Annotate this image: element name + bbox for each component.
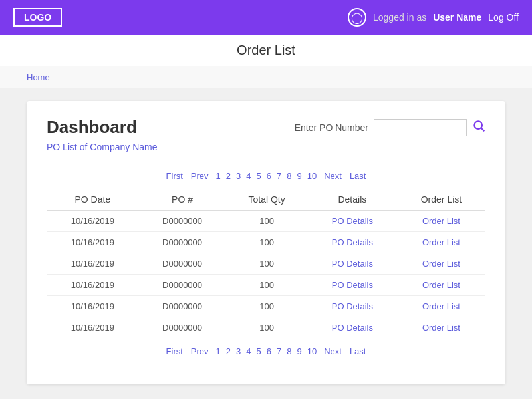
search-input[interactable]	[374, 119, 467, 136]
table-row: 10/16/2019D0000000100PO DetailsOrder Lis…	[47, 211, 485, 232]
cell-order-link[interactable]: Order List	[422, 323, 460, 332]
cell-po: D0000000	[139, 317, 226, 338]
page-number-8[interactable]: 8	[285, 345, 293, 358]
cell-po: D0000000	[139, 275, 226, 296]
page-number-7[interactable]: 7	[275, 345, 283, 358]
card-header: Dashboard Enter PO Number	[47, 117, 485, 138]
cell-order-link[interactable]: Order List	[422, 259, 460, 269]
col-header-order-list: Order List	[397, 189, 485, 211]
prev-button-bottom[interactable]: Prev	[188, 345, 211, 358]
first-button-top[interactable]: First	[164, 170, 186, 182]
last-button-bottom[interactable]: Last	[347, 345, 369, 358]
table-row: 10/16/2019D0000000100PO DetailsOrder Lis…	[47, 317, 485, 338]
page-number-9[interactable]: 9	[295, 345, 303, 358]
page-number-1[interactable]: 1	[214, 170, 223, 182]
cell-order: Order List	[397, 211, 485, 232]
card: Dashboard Enter PO Number PO List of Com…	[27, 101, 505, 384]
search-button[interactable]	[472, 119, 485, 136]
col-header-total-qty: Total Qty	[225, 189, 307, 211]
cell-details: PO Details	[308, 253, 397, 275]
cell-qty: 100	[225, 275, 307, 296]
search-label: Enter PO Number	[295, 122, 368, 133]
next-button-top[interactable]: Next	[321, 170, 344, 182]
cell-details-link[interactable]: PO Details	[332, 216, 373, 226]
user-icon: ◯	[348, 8, 366, 27]
cell-date: 10/16/2019	[47, 211, 139, 232]
page-number-10[interactable]: 10	[305, 170, 319, 182]
pagination-top: First Prev 12345678910 Next Last	[47, 170, 485, 182]
page-number-4[interactable]: 4	[244, 345, 253, 358]
table-body: 10/16/2019D0000000100PO DetailsOrder Lis…	[47, 211, 485, 338]
cell-details: PO Details	[308, 275, 397, 296]
cell-qty: 100	[225, 317, 307, 338]
cell-details-link[interactable]: PO Details	[332, 301, 373, 311]
cell-order-link[interactable]: Order List	[422, 216, 460, 226]
table-row: 10/16/2019D0000000100PO DetailsOrder Lis…	[47, 232, 485, 253]
logo: LOGO	[13, 8, 62, 27]
page-number-6[interactable]: 6	[265, 170, 273, 182]
pagination-bottom: First Prev 12345678910 Next Last	[47, 345, 485, 358]
po-list-link[interactable]: PO List of Company Name	[47, 142, 158, 152]
search-icon	[472, 119, 485, 132]
cell-po: D0000000	[139, 253, 226, 275]
search-area: Enter PO Number	[295, 119, 485, 136]
page-number-5[interactable]: 5	[255, 170, 263, 182]
cell-qty: 100	[225, 211, 307, 232]
page-number-2[interactable]: 2	[224, 170, 233, 182]
table-row: 10/16/2019D0000000100PO DetailsOrder Lis…	[47, 296, 485, 317]
header: LOGO ◯ Logged in as User Name Log Off	[0, 0, 532, 35]
prev-button-top[interactable]: Prev	[188, 170, 211, 182]
page-title-bar: Order List	[0, 35, 532, 66]
header-right: ◯ Logged in as User Name Log Off	[348, 8, 519, 27]
table-row: 10/16/2019D0000000100PO DetailsOrder Lis…	[47, 275, 485, 296]
cell-order: Order List	[397, 296, 485, 317]
cell-details-link[interactable]: PO Details	[332, 280, 373, 290]
page-number-4[interactable]: 4	[244, 170, 253, 182]
cell-po: D0000000	[139, 232, 226, 253]
logout-button[interactable]: Log Off	[488, 12, 519, 23]
page-number-6[interactable]: 6	[265, 345, 273, 358]
page-numbers-top: 12345678910	[214, 170, 319, 182]
svg-line-1	[481, 128, 485, 132]
page-number-9[interactable]: 9	[295, 170, 303, 182]
cell-qty: 100	[225, 232, 307, 253]
table-row: 10/16/2019D0000000100PO DetailsOrder Lis…	[47, 253, 485, 275]
page-number-3[interactable]: 3	[234, 170, 243, 182]
cell-details-link[interactable]: PO Details	[332, 259, 373, 269]
page-number-7[interactable]: 7	[275, 170, 283, 182]
cell-order: Order List	[397, 232, 485, 253]
cell-po: D0000000	[139, 211, 226, 232]
logged-in-label: Logged in as	[373, 12, 426, 23]
last-button-top[interactable]: Last	[347, 170, 369, 182]
table-head: PO DatePO #Total QtyDetailsOrder List	[47, 189, 485, 211]
col-header-details: Details	[308, 189, 397, 211]
cell-order: Order List	[397, 253, 485, 275]
svg-point-0	[474, 121, 482, 129]
cell-order-link[interactable]: Order List	[422, 280, 460, 290]
page-number-3[interactable]: 3	[234, 345, 243, 358]
page-number-5[interactable]: 5	[255, 345, 263, 358]
cell-order-link[interactable]: Order List	[422, 301, 460, 311]
cell-po: D0000000	[139, 296, 226, 317]
cell-details: PO Details	[308, 232, 397, 253]
page-number-1[interactable]: 1	[214, 345, 223, 358]
page-numbers-bottom: 12345678910	[214, 345, 319, 358]
cell-order-link[interactable]: Order List	[422, 237, 460, 247]
dashboard-title: Dashboard	[47, 117, 137, 138]
col-header-po-date: PO Date	[47, 189, 139, 211]
cell-date: 10/16/2019	[47, 275, 139, 296]
data-table: PO DatePO #Total QtyDetailsOrder List 10…	[47, 189, 485, 338]
next-button-bottom[interactable]: Next	[321, 345, 344, 358]
col-header-po-#: PO #	[139, 189, 226, 211]
breadcrumb-home[interactable]: Home	[27, 72, 50, 82]
page-number-8[interactable]: 8	[285, 170, 293, 182]
page-number-2[interactable]: 2	[224, 345, 233, 358]
cell-details: PO Details	[308, 211, 397, 232]
page-number-10[interactable]: 10	[305, 345, 319, 358]
cell-details-link[interactable]: PO Details	[332, 237, 373, 247]
first-button-bottom[interactable]: First	[164, 345, 186, 358]
cell-details-link[interactable]: PO Details	[332, 323, 373, 332]
breadcrumb: Home	[0, 66, 532, 88]
cell-details: PO Details	[308, 296, 397, 317]
main-content: Dashboard Enter PO Number PO List of Com…	[0, 88, 532, 398]
